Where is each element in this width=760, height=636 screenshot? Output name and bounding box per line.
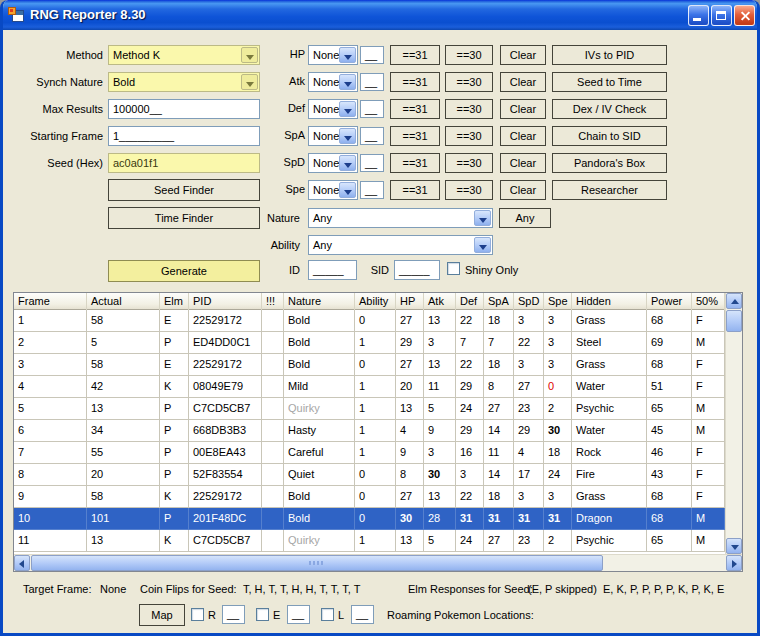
atk-eq31-button[interactable]: ==31 — [390, 72, 440, 92]
table-cell[interactable]: ED4DD0C1 — [189, 332, 262, 354]
table-cell[interactable]: 68 — [647, 486, 692, 508]
table-cell[interactable]: 4 — [14, 376, 87, 398]
vertical-scrollbar[interactable] — [725, 293, 742, 554]
table-cell[interactable]: 29 — [456, 376, 484, 398]
table-cell[interactable]: 0 — [355, 486, 396, 508]
table-cell[interactable]: Grass — [572, 486, 647, 508]
table-row[interactable]: 442K08049E79Mild12011298270Water51F — [14, 376, 725, 398]
table-cell[interactable] — [262, 354, 284, 376]
table-cell[interactable] — [262, 530, 284, 552]
generate-button[interactable]: Generate — [108, 260, 260, 282]
e-input[interactable]: __ — [287, 605, 310, 624]
table-cell[interactable]: 5 — [87, 332, 160, 354]
table-cell[interactable] — [262, 310, 284, 332]
table-cell[interactable]: Psychic — [572, 398, 647, 420]
table-cell[interactable]: 22529172 — [189, 354, 262, 376]
horizontal-scroll-thumb[interactable] — [31, 555, 603, 571]
table-cell[interactable]: K — [160, 530, 189, 552]
table-cell[interactable]: 68 — [647, 354, 692, 376]
hp-eq31-button[interactable]: ==31 — [390, 45, 440, 65]
table-row[interactable]: 158E22529172Bold02713221833Grass68F — [14, 310, 725, 332]
table-cell[interactable]: 31 — [484, 508, 514, 530]
table-cell[interactable]: 68 — [647, 310, 692, 332]
table-cell[interactable]: 2 — [14, 332, 87, 354]
table-cell[interactable]: 7 — [484, 332, 514, 354]
table-cell[interactable]: 6 — [14, 420, 87, 442]
table-cell[interactable]: 16 — [456, 442, 484, 464]
table-cell[interactable]: 27 — [484, 530, 514, 552]
table-cell[interactable]: 30 — [424, 464, 456, 486]
table-cell[interactable]: Bold — [284, 332, 355, 354]
table-cell[interactable]: 27 — [514, 376, 544, 398]
table-cell[interactable]: 22529172 — [189, 486, 262, 508]
table-cell[interactable]: 24 — [456, 398, 484, 420]
table-cell[interactable]: 18 — [484, 310, 514, 332]
table-cell[interactable]: 20 — [396, 376, 424, 398]
table-cell[interactable]: P — [160, 398, 189, 420]
table-cell[interactable]: 1 — [355, 376, 396, 398]
table-cell[interactable]: 1 — [355, 442, 396, 464]
table-cell[interactable]: 13 — [424, 486, 456, 508]
table-cell[interactable]: 42 — [87, 376, 160, 398]
table-cell[interactable]: 7 — [14, 442, 87, 464]
table-cell[interactable]: Bold — [284, 354, 355, 376]
table-cell[interactable]: 22 — [456, 486, 484, 508]
table-row[interactable]: 1113KC7CD5CB7Quirky11352427232Psychic65M — [14, 530, 725, 552]
chevron-down-icon[interactable] — [339, 47, 356, 63]
table-cell[interactable]: 65 — [647, 530, 692, 552]
table-cell[interactable]: 30 — [544, 420, 572, 442]
hp-clear-button[interactable]: Clear — [500, 45, 546, 65]
table-row[interactable]: 25PED4DD0C1Bold129377223Steel69M — [14, 332, 725, 354]
table-row[interactable]: 358E22529172Bold02713221833Grass68F — [14, 354, 725, 376]
table-cell[interactable]: C7CD5CB7 — [189, 530, 262, 552]
table-cell[interactable]: 8 — [396, 464, 424, 486]
chain-to-sid-button[interactable]: Chain to SID — [552, 126, 667, 146]
table-cell[interactable]: 2 — [544, 398, 572, 420]
vertical-scroll-thumb[interactable] — [726, 310, 742, 332]
l-checkbox[interactable] — [321, 608, 334, 621]
table-cell[interactable]: F — [692, 354, 725, 376]
table-cell[interactable]: E — [160, 310, 189, 332]
def-eq30-button[interactable]: ==30 — [445, 99, 493, 119]
spa-value-input[interactable]: __ — [360, 127, 384, 145]
table-cell[interactable] — [262, 332, 284, 354]
spa-clear-button[interactable]: Clear — [500, 126, 546, 146]
table-cell[interactable]: 3 — [424, 332, 456, 354]
table-cell[interactable]: Water — [572, 420, 647, 442]
table-cell[interactable]: 3 — [514, 354, 544, 376]
table-cell[interactable]: 101 — [87, 508, 160, 530]
table-cell[interactable]: 3 — [514, 310, 544, 332]
table-cell[interactable] — [262, 420, 284, 442]
table-cell[interactable]: 29 — [456, 420, 484, 442]
atk-eq30-button[interactable]: ==30 — [445, 72, 493, 92]
spd-eq30-button[interactable]: ==30 — [445, 153, 493, 173]
table-cell[interactable]: Bold — [284, 310, 355, 332]
table-cell[interactable] — [262, 486, 284, 508]
table-row[interactable]: 513PC7CD5CB7Quirky11352427232Psychic65M — [14, 398, 725, 420]
table-cell[interactable]: 55 — [87, 442, 160, 464]
table-cell[interactable]: 22 — [456, 310, 484, 332]
spe-compare-combo[interactable]: None — [308, 180, 358, 200]
table-cell[interactable]: 24 — [544, 464, 572, 486]
table-cell[interactable]: 31 — [514, 508, 544, 530]
table-cell[interactable]: 69 — [647, 332, 692, 354]
table-cell[interactable]: 30 — [396, 508, 424, 530]
spe-eq30-button[interactable]: ==30 — [445, 180, 493, 200]
table-cell[interactable]: Rock — [572, 442, 647, 464]
table-cell[interactable]: P — [160, 442, 189, 464]
table-cell[interactable]: K — [160, 376, 189, 398]
table-cell[interactable]: 22 — [456, 354, 484, 376]
table-cell[interactable]: 13 — [396, 398, 424, 420]
column-header-actual[interactable]: Actual — [87, 293, 160, 310]
table-cell[interactable]: 20 — [87, 464, 160, 486]
table-cell[interactable]: 0 — [355, 310, 396, 332]
table-cell[interactable] — [262, 376, 284, 398]
table-cell[interactable]: Quirky — [284, 530, 355, 552]
table-cell[interactable]: 58 — [87, 486, 160, 508]
table-cell[interactable]: 8 — [484, 376, 514, 398]
hp-eq30-button[interactable]: ==30 — [445, 45, 493, 65]
table-cell[interactable]: 668DB3B3 — [189, 420, 262, 442]
r-checkbox[interactable] — [191, 608, 204, 621]
chevron-down-icon[interactable] — [339, 128, 356, 144]
table-cell[interactable]: 3 — [14, 354, 87, 376]
